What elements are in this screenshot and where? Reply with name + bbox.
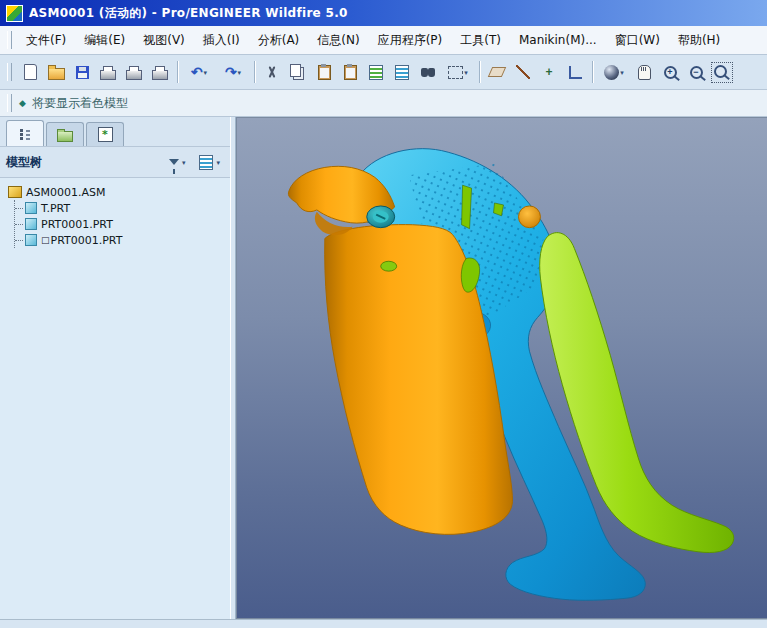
message-bar: ◆ 将要显示着色模型 bbox=[0, 90, 767, 117]
toolbar-separator bbox=[254, 61, 255, 83]
zoom-in-button[interactable]: + bbox=[657, 59, 683, 85]
clipboard-icon bbox=[318, 65, 331, 80]
datum-points-toggle[interactable]: + bbox=[536, 59, 562, 85]
assembly-icon bbox=[8, 186, 22, 198]
find-button[interactable] bbox=[415, 59, 441, 85]
app-window: ASM0001 (活动的) - Pro/ENGINEER Wildfire 5.… bbox=[0, 0, 767, 628]
print-button[interactable] bbox=[95, 59, 121, 85]
tree-row[interactable]: □ PRT0001.PRT bbox=[15, 232, 226, 248]
regenerate-button[interactable] bbox=[363, 59, 389, 85]
minus-glyph: − bbox=[692, 68, 701, 77]
funnel-icon bbox=[169, 159, 179, 165]
shaded-display-button[interactable]: ▾ bbox=[597, 59, 631, 85]
shaded-sphere-icon bbox=[604, 65, 619, 80]
save-icon bbox=[76, 66, 89, 79]
navigator-panel: * 模型树 ▾ ▾ ASM0001.ASM T.PRT bbox=[0, 117, 230, 619]
model-tree-icon bbox=[20, 128, 31, 140]
favorites-icon: * bbox=[98, 127, 113, 142]
main-toolbar: ↶▾ ↷▾ ▾ + ▾ + − bbox=[0, 55, 767, 90]
cut-button[interactable] bbox=[259, 59, 285, 85]
magnifier-icon bbox=[714, 65, 727, 78]
favorites-tab[interactable]: * bbox=[86, 122, 124, 146]
model-player-icon bbox=[395, 65, 409, 80]
menu-item-edit[interactable]: 编辑(E) bbox=[75, 28, 134, 53]
menu-item-help[interactable]: 帮助(H) bbox=[669, 28, 729, 53]
copy-icon bbox=[290, 64, 301, 77]
binoculars-icon bbox=[421, 68, 428, 77]
tree-settings-button[interactable]: ▾ bbox=[195, 152, 224, 173]
chevron-down-icon: ▾ bbox=[620, 69, 624, 76]
menu-item-file[interactable]: 文件(F) bbox=[17, 28, 75, 53]
clipboard-plus-icon bbox=[344, 65, 357, 80]
plus-glyph: + bbox=[666, 68, 675, 77]
undo-icon: ↶ bbox=[191, 65, 203, 79]
menu-item-manikin[interactable]: Manikin(M)... bbox=[510, 29, 606, 51]
datum-point-icon: + bbox=[545, 65, 552, 79]
green-button[interactable] bbox=[381, 261, 397, 271]
chevron-down-icon: ▾ bbox=[238, 69, 242, 76]
tree-row[interactable]: T.PRT bbox=[15, 200, 226, 216]
model-player-button[interactable] bbox=[389, 59, 415, 85]
model-tree-tab[interactable] bbox=[6, 120, 44, 146]
copy-button[interactable] bbox=[285, 59, 311, 85]
paste-special-button[interactable] bbox=[337, 59, 363, 85]
tree-item-label: T.PRT bbox=[41, 202, 70, 215]
zoom-out-button[interactable]: − bbox=[683, 59, 709, 85]
coordinate-system-icon bbox=[569, 66, 582, 79]
suppressed-badge: □ bbox=[41, 235, 50, 245]
save-button[interactable] bbox=[69, 59, 95, 85]
graphics-area[interactable] bbox=[236, 117, 767, 619]
menu-item-info[interactable]: 信息(N) bbox=[308, 28, 368, 53]
selection-box-icon bbox=[448, 66, 463, 79]
spin-center-button[interactable] bbox=[631, 59, 657, 85]
menu-item-insert[interactable]: 插入(I) bbox=[194, 28, 249, 53]
model-tree-title: 模型树 bbox=[6, 154, 42, 171]
menu-item-window[interactable]: 窗口(W) bbox=[606, 28, 669, 53]
model-tree: ASM0001.ASM T.PRT PRT0001.PRT bbox=[0, 178, 230, 619]
menu-item-analysis[interactable]: 分析(A) bbox=[249, 28, 309, 53]
undo-button[interactable]: ↶▾ bbox=[182, 59, 216, 85]
orange-pin[interactable] bbox=[518, 206, 540, 228]
tree-filters-button[interactable]: ▾ bbox=[165, 156, 190, 169]
chevron-down-icon: ▾ bbox=[204, 69, 208, 76]
settings-list-icon bbox=[199, 155, 213, 170]
paste-button[interactable] bbox=[311, 59, 337, 85]
open-button[interactable] bbox=[43, 59, 69, 85]
datum-csys-toggle[interactable] bbox=[562, 59, 588, 85]
window-title: ASM0001 (活动的) - Pro/ENGINEER Wildfire 5.… bbox=[29, 5, 348, 22]
menubar-grip[interactable] bbox=[7, 31, 12, 49]
new-file-button[interactable] bbox=[17, 59, 43, 85]
model-canvas[interactable] bbox=[237, 118, 767, 618]
message-text: 将要显示着色模型 bbox=[32, 95, 128, 112]
print-icon bbox=[100, 70, 116, 80]
redo-icon: ↷ bbox=[225, 65, 237, 79]
print-preview-button[interactable] bbox=[121, 59, 147, 85]
zoom-in-icon: + bbox=[664, 66, 677, 79]
datum-planes-toggle[interactable] bbox=[484, 59, 510, 85]
menubar: 文件(F) 编辑(E) 视图(V) 插入(I) 分析(A) 信息(N) 应用程序… bbox=[0, 26, 767, 55]
redo-button[interactable]: ↷▾ bbox=[216, 59, 250, 85]
menu-item-tools[interactable]: 工具(T) bbox=[451, 28, 510, 53]
scissors-icon bbox=[265, 65, 279, 79]
quick-print-button[interactable] bbox=[147, 59, 173, 85]
tree-row[interactable]: PRT0001.PRT bbox=[15, 216, 226, 232]
app-icon bbox=[6, 5, 23, 22]
tree-root-label: ASM0001.ASM bbox=[26, 186, 106, 199]
toolbar-grip[interactable] bbox=[7, 63, 12, 81]
print-preview-icon bbox=[126, 70, 142, 80]
refit-icon bbox=[711, 62, 733, 83]
refit-button[interactable] bbox=[709, 59, 735, 85]
datum-axes-toggle[interactable] bbox=[510, 59, 536, 85]
titlebar[interactable]: ASM0001 (活动的) - Pro/ENGINEER Wildfire 5.… bbox=[0, 0, 767, 26]
folder-browser-icon bbox=[57, 131, 73, 142]
chevron-down-icon: ▾ bbox=[182, 159, 186, 166]
tree-row-root[interactable]: ASM0001.ASM bbox=[8, 184, 226, 200]
menu-item-applications[interactable]: 应用程序(P) bbox=[369, 28, 452, 53]
tree-connector bbox=[15, 208, 23, 209]
selection-filter-button[interactable]: ▾ bbox=[441, 59, 475, 85]
menu-item-view[interactable]: 视图(V) bbox=[134, 28, 194, 53]
green-feature-bar[interactable] bbox=[462, 185, 472, 228]
message-bullet-icon: ◆ bbox=[19, 98, 26, 108]
folder-browser-tab[interactable] bbox=[46, 122, 84, 146]
messagebar-grip[interactable] bbox=[7, 94, 12, 112]
